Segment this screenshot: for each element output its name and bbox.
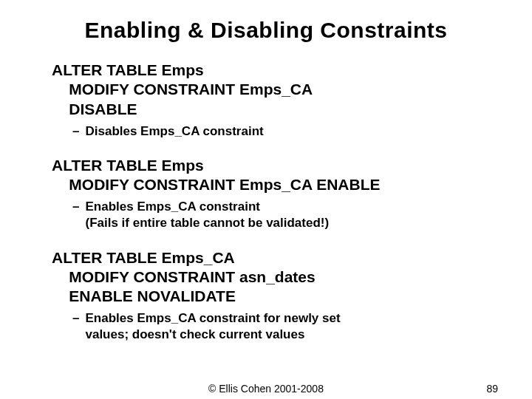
code-block-2: ALTER TABLE Emps MODIFY CONSTRAINT Emps_… (52, 156, 495, 232)
note-text: Enables Emps_CA constraint for newly set… (85, 310, 340, 343)
page-number: 89 (486, 383, 498, 395)
bullet-dash: – (72, 310, 79, 343)
code-block-3: ALTER TABLE Emps_CA MODIFY CONSTRAINT as… (52, 248, 495, 344)
copyright-text: © Ellis Cohen 2001-2008 (0, 383, 532, 395)
note-row: – Disables Emps_CA constraint (72, 123, 495, 140)
slide-title: Enabling & Disabling Constraints (22, 18, 510, 43)
note-text: Enables Emps_CA constraint (Fails if ent… (85, 199, 329, 231)
code-snippet: ALTER TABLE Emps_CA MODIFY CONSTRAINT as… (52, 248, 495, 307)
note-row: – Enables Emps_CA constraint for newly s… (72, 310, 495, 343)
code-snippet: ALTER TABLE Emps MODIFY CONSTRAINT Emps_… (52, 156, 495, 195)
bullet-dash: – (72, 123, 79, 140)
slide: Enabling & Disabling Constraints ALTER T… (0, 0, 532, 399)
bullet-dash: – (72, 199, 79, 231)
note-row: – Enables Emps_CA constraint (Fails if e… (72, 199, 495, 231)
code-snippet: ALTER TABLE Emps MODIFY CONSTRAINT Emps_… (52, 61, 495, 119)
code-block-1: ALTER TABLE Emps MODIFY CONSTRAINT Emps_… (52, 61, 495, 140)
note-text: Disables Emps_CA constraint (85, 123, 263, 140)
